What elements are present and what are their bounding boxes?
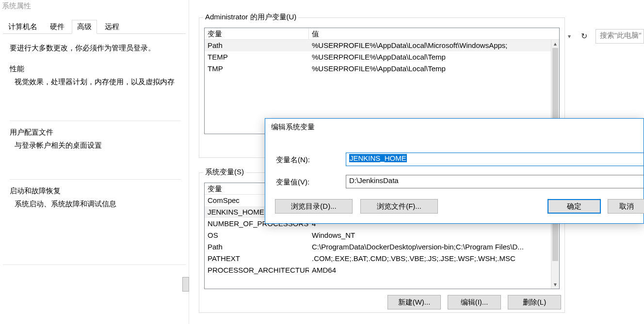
dialog-title: 系统属性: [2, 1, 31, 11]
startup-group-desc: 系统启动、系统故障和调试信息: [15, 200, 181, 209]
var-value-cell: .COM;.EXE;.BAT;.CMD;.VBS;.VBE;.JS;.JSE;.…: [309, 253, 559, 264]
tab-remote[interactable]: 远程: [99, 20, 125, 34]
chevron-down-icon[interactable]: ▾: [565, 33, 573, 40]
new-button[interactable]: 新建(W)...: [387, 295, 441, 309]
scroll-down-icon[interactable]: ▼: [551, 280, 559, 289]
browse-file-button[interactable]: 浏览文件(F)...: [360, 199, 438, 214]
system-properties-dialog: 系统属性 计算机名 硬件 高级 远程 要进行大多数更改，你必须作为管理员登录。 …: [0, 0, 189, 324]
admin-note: 要进行大多数更改，你必须作为管理员登录。: [10, 44, 181, 53]
var-name-value: JENKINS_HOME: [349, 154, 407, 162]
divider: [10, 121, 181, 121]
explorer-nav-fragment: ▾ ↻ 搜索"此电脑": [565, 29, 644, 46]
table-row[interactable]: Path%USERPROFILE%\AppData\Local\Microsof…: [205, 40, 559, 51]
explorer-search-input[interactable]: 搜索"此电脑": [596, 29, 644, 44]
var-value-cell: Windows_NT: [309, 230, 559, 241]
table-row[interactable]: PROCESSOR_ARCHITECTUREAMD64: [205, 264, 559, 276]
refresh-icon[interactable]: ↻: [578, 30, 591, 43]
edit-system-variable-dialog: 编辑系统变量 变量名(N): JENKINS_HOME 变量值(V): D:\J…: [265, 118, 644, 224]
var-name-label: 变量名(N):: [276, 155, 310, 165]
tab-computer-name[interactable]: 计算机名: [3, 20, 43, 34]
button-stub[interactable]: [182, 277, 189, 292]
col-variable[interactable]: 变量: [205, 28, 309, 39]
var-name-cell: Path: [205, 241, 309, 253]
ok-button[interactable]: 确定: [547, 199, 601, 214]
perf-group-title: 性能: [10, 64, 181, 74]
dialog-title: 编辑系统变量: [271, 123, 315, 132]
table-row[interactable]: PathC:\ProgramData\DockerDesktop\version…: [205, 241, 559, 253]
var-name-cell: PROCESSOR_ARCHITECTURE: [205, 264, 309, 276]
divider: [10, 179, 181, 180]
var-value-cell: %USERPROFILE%\AppData\Local\Temp: [309, 63, 559, 75]
var-value-value: D:\JenkinsData: [349, 176, 399, 185]
var-name-cell: PATHEXT: [205, 253, 309, 264]
edit-button[interactable]: 编辑(I)...: [448, 295, 501, 309]
var-value-cell: %USERPROFILE%\AppData\Local\Microsoft\Wi…: [309, 40, 559, 51]
scroll-thumb[interactable]: [552, 48, 558, 125]
var-value-cell: C:\ProgramData\DockerDesktop\version-bin…: [309, 241, 559, 253]
browse-dir-button[interactable]: 浏览目录(D)...: [275, 199, 353, 214]
var-name-cell: TMP: [205, 63, 309, 75]
var-name-cell: Path: [205, 40, 309, 51]
table-row[interactable]: TEMP%USERPROFILE%\AppData\Local\Temp: [205, 51, 559, 63]
var-name-input[interactable]: JENKINS_HOME: [346, 153, 644, 166]
table-row[interactable]: TMP%USERPROFILE%\AppData\Local\Temp: [205, 63, 559, 75]
var-value-cell: %USERPROFILE%\AppData\Local\Temp: [309, 51, 559, 63]
var-name-cell: TEMP: [205, 51, 309, 63]
profile-group-title: 用户配置文件: [10, 128, 181, 137]
col-value[interactable]: 值: [309, 28, 559, 39]
table-row[interactable]: PATHEXT.COM;.EXE;.BAT;.CMD;.VBS;.VBE;.JS…: [205, 253, 559, 264]
user-group-legend: Administrator 的用户变量(U): [203, 13, 298, 22]
var-value-label: 变量值(V):: [276, 178, 309, 187]
var-name-cell: OS: [205, 230, 309, 241]
scroll-up-icon[interactable]: ▲: [551, 40, 559, 48]
perf-group-desc: 视觉效果，处理器计划，内存使用，以及虚拟内存: [15, 77, 181, 87]
table-header: 变量 值: [205, 28, 559, 40]
startup-group-title: 启动和故障恢复: [10, 186, 181, 196]
tab-strip: 计算机名 硬件 高级 远程: [3, 19, 186, 34]
divider: [3, 264, 186, 265]
var-value-cell: AMD64: [309, 264, 559, 276]
sys-group-legend: 系统变量(S): [203, 168, 246, 177]
tab-hardware[interactable]: 硬件: [45, 20, 70, 34]
delete-button[interactable]: 删除(L): [508, 295, 561, 309]
profile-group-desc: 与登录帐户相关的桌面设置: [15, 141, 181, 150]
table-row[interactable]: OSWindows_NT: [205, 230, 559, 241]
var-value-input[interactable]: D:\JenkinsData: [346, 175, 644, 188]
advanced-tab-body: 要进行大多数更改，你必须作为管理员登录。 性能 视觉效果，处理器计划，内存使用，…: [10, 44, 181, 209]
tab-advanced[interactable]: 高级: [72, 20, 97, 34]
cancel-button[interactable]: 取消: [608, 199, 644, 214]
